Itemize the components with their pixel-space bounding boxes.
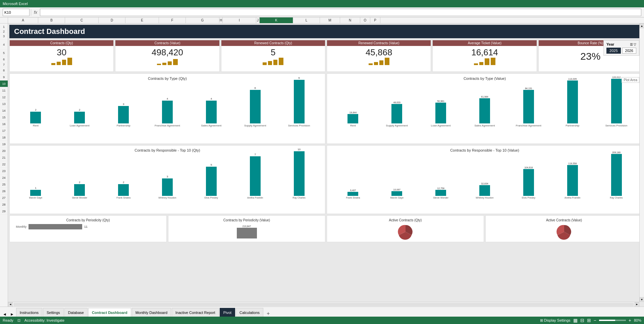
tab-instructions[interactable]: Instructions bbox=[16, 308, 42, 317]
chart-resp-value-title: Contracts by Responsible - Top 10 (Value… bbox=[330, 148, 640, 152]
kpi-row: Contracts (Qty) 30 Contracts (Value) bbox=[9, 40, 643, 72]
ready-status: Ready bbox=[3, 318, 13, 322]
bar-rv-marvin: 10,067 Marvin Gaye bbox=[375, 188, 419, 199]
tab-pivot[interactable]: Pivot bbox=[220, 308, 235, 317]
chart-type-qty: Contracts by Type (Qty) 2 Rent 2 Loan Ag… bbox=[9, 73, 325, 144]
bar-group-partnership: 3 Partnership bbox=[102, 103, 146, 127]
col-header-e[interactable]: E bbox=[125, 17, 159, 23]
chart-type-value-bars: 19,644 Rent 48,633 Supply Agreement 50,9… bbox=[330, 82, 640, 134]
col-header-f[interactable]: F bbox=[159, 17, 186, 23]
col-header-a[interactable]: A bbox=[8, 17, 38, 23]
year-filter-list-icon[interactable]: ☰ bbox=[630, 43, 633, 46]
tab-settings[interactable]: Settings bbox=[43, 308, 64, 317]
chart-active-qty: Active Contracts (Qty) bbox=[327, 215, 484, 242]
year-filter-funnel-icon[interactable]: ▽ bbox=[634, 43, 636, 46]
scroll-right-btn[interactable]: ► bbox=[635, 302, 639, 307]
year-label: Year bbox=[606, 42, 614, 46]
kpi-value-value: 498,420 bbox=[115, 46, 219, 58]
horiz-bar-row: Monthly 11 bbox=[12, 224, 164, 229]
kpi-card-value: Contracts (Value) 498,420 bbox=[115, 40, 219, 72]
tab-scroll-right[interactable]: ► bbox=[9, 312, 15, 317]
col-header-d[interactable]: D bbox=[99, 17, 125, 23]
name-box[interactable]: K10 bbox=[3, 9, 30, 16]
kpi-header-renewed-value: Renewed Contracts (Value) bbox=[327, 40, 431, 46]
dashboard-title: Contract Dashboard bbox=[9, 25, 643, 38]
bar-val-sales: 61,984 Sales Agreement bbox=[463, 96, 507, 127]
col-header-h[interactable]: H bbox=[219, 17, 223, 23]
sheet-body: 1 2 3 4 5 6 7 8 9 10 11 12 13 14 15 16 1… bbox=[0, 23, 644, 307]
bar-rq-elvis: 5 Elvis Presley bbox=[189, 163, 233, 199]
bar-group-franchise: 4 Franchise Agreement bbox=[146, 97, 190, 127]
col-header-j[interactable]: J bbox=[256, 17, 260, 23]
scrollbar-horizontal[interactable]: ◄ ► bbox=[8, 302, 639, 307]
kpi-header-qty: Contracts (Qty) bbox=[10, 40, 113, 46]
row-headers: 1 2 3 4 5 6 7 8 9 10 11 12 13 14 15 16 1… bbox=[0, 23, 8, 307]
bar-rv-aretha: 119,558 Aretha Franklin bbox=[550, 162, 594, 199]
horiz-bar-monthly bbox=[29, 224, 82, 229]
bar-rq-ray: 10 Ray Charles bbox=[277, 148, 321, 199]
year-2025-button[interactable]: 2025 bbox=[606, 48, 621, 54]
col-header-c[interactable]: C bbox=[65, 17, 99, 23]
formula-bar-divider bbox=[31, 9, 31, 16]
bar-val-rent: 19,644 Rent bbox=[331, 111, 375, 127]
col-header-i[interactable]: I bbox=[223, 17, 256, 23]
kpi-header-value: Contracts (Value) bbox=[115, 40, 219, 46]
col-header-n[interactable]: N bbox=[340, 17, 360, 23]
chart-resp-qty-title: Contracts by Responsible - Top 10 (Qty) bbox=[12, 148, 322, 152]
excel-topbar: Microsoft Excel bbox=[0, 0, 644, 7]
col-header-l[interactable]: L bbox=[293, 17, 320, 23]
tab-scroll-left[interactable]: ◄ bbox=[1, 312, 8, 317]
kpi-value-avg-ticket: 16,614 bbox=[433, 46, 536, 58]
tab-database[interactable]: Database bbox=[64, 308, 88, 317]
year-2026-button[interactable]: 2026 bbox=[622, 48, 636, 54]
chart-active-value-title: Active Contracts (Value) bbox=[488, 218, 640, 222]
col-header-g[interactable]: G bbox=[186, 17, 219, 23]
tab-contract-dashboard[interactable]: Contract Dashboard bbox=[88, 308, 131, 317]
kpi-card-qty: Contracts (Qty) 30 bbox=[9, 40, 114, 72]
dashboard-area: Contract Dashboard Contracts (Qty) 30 bbox=[8, 23, 644, 307]
chart-type-qty-bars: 2 Rent 2 Loan Agreement 3 Partnership bbox=[12, 82, 322, 134]
normal-view-icon[interactable]: ▦ bbox=[573, 318, 578, 323]
app-title: Microsoft Excel bbox=[3, 2, 28, 6]
bar-group-loan: 2 Loan Agreement bbox=[58, 108, 102, 127]
bar-val-franchise: 84,131 Franchise Agreement bbox=[506, 87, 550, 127]
pie-active-qty bbox=[330, 223, 481, 240]
scroll-left-btn[interactable]: ◄ bbox=[8, 302, 13, 307]
kpi-header-renewed-qty: Renewed Contracts (Qty) bbox=[221, 40, 325, 46]
status-bar: Ready ⊡ Accessibility: Investigate ⊞ Dis… bbox=[0, 317, 644, 324]
tab-calculations[interactable]: Calculations bbox=[236, 308, 263, 317]
tab-add-button[interactable]: + bbox=[264, 311, 272, 317]
chart-period-value-title: Contracts by Periodicity (Value) bbox=[171, 218, 322, 222]
scroll-up-btn[interactable]: ▲ bbox=[640, 23, 644, 28]
scrollbar-vertical[interactable]: ▲ ▼ bbox=[639, 23, 644, 302]
bar-rv-stevie: 12,758 Stevie Wonder bbox=[419, 187, 463, 199]
tab-inactive-report[interactable]: Inactive Contract Report bbox=[172, 308, 219, 317]
bar-rv-frank: 9,407 Frank Sinatra bbox=[331, 189, 375, 199]
col-header-b[interactable]: B bbox=[38, 17, 65, 23]
fx-label: fx bbox=[34, 10, 37, 15]
zoom-out-icon[interactable]: − bbox=[594, 318, 596, 323]
accessibility-text[interactable]: Accessibility: Investigate bbox=[24, 318, 64, 322]
chart-active-qty-title: Active Contracts (Qty) bbox=[330, 218, 481, 222]
chart-active-value: Active Contracts (Value) bbox=[485, 215, 643, 242]
zoom-slider[interactable] bbox=[599, 320, 626, 321]
bar-rq-marvin: 1 Marvin Gaye bbox=[14, 186, 58, 199]
bar-val-supply: 48,633 Supply Agreement bbox=[375, 101, 419, 127]
year-filter: Year ☰ ▽ 2025 2026 bbox=[603, 40, 639, 56]
bar-rv-elvis: 104,616 Elvis Presley bbox=[506, 166, 550, 199]
col-header-m[interactable]: M bbox=[320, 17, 340, 23]
col-header-k[interactable]: K bbox=[260, 17, 293, 23]
zoom-in-icon[interactable]: + bbox=[629, 318, 631, 323]
formula-bar[interactable] bbox=[40, 9, 641, 16]
page-layout-icon[interactable]: ⊡ bbox=[17, 318, 20, 323]
kpi-value-renewed-value: 45,868 bbox=[327, 46, 431, 58]
col-header-p[interactable]: P bbox=[370, 17, 380, 23]
bar-val-loan: 50,981 Loan Agreement bbox=[419, 100, 463, 127]
display-settings-icon[interactable]: ⊞ Display Settings bbox=[540, 318, 571, 323]
page-break-view-icon[interactable]: ⊞ bbox=[587, 318, 591, 323]
kpi-card-renewed-value: Renewed Contracts (Value) 45,868 bbox=[327, 40, 431, 72]
tab-monthly-dashboard[interactable]: Monthly Dashboard bbox=[132, 308, 171, 317]
col-header-o[interactable]: O bbox=[360, 17, 370, 23]
page-layout-view-icon[interactable]: ⊟ bbox=[580, 318, 584, 323]
scroll-down-btn[interactable]: ▼ bbox=[640, 297, 644, 302]
